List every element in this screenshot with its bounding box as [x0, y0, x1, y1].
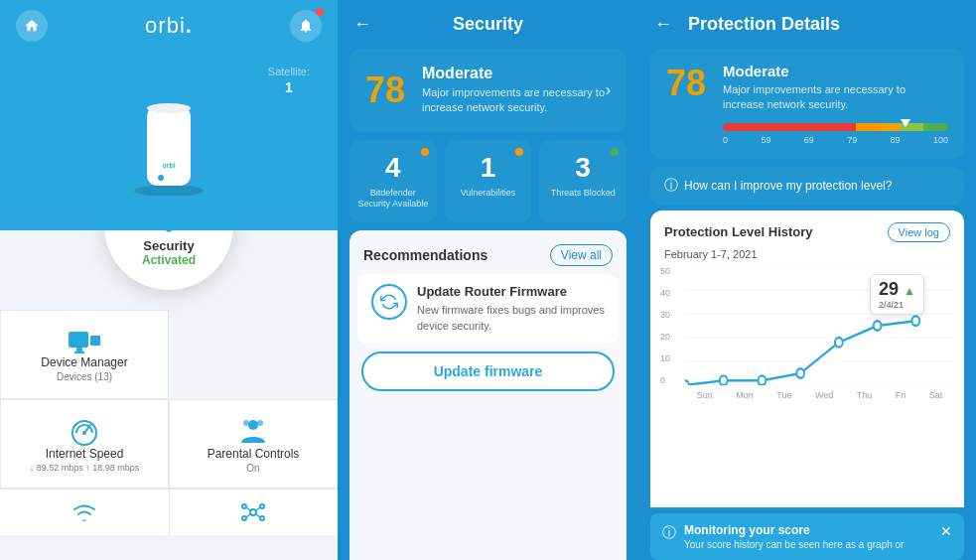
info-circle-icon: ⓘ: [664, 177, 678, 195]
security-stats: 4 Bitdefender Security Available 1 Vulne…: [349, 140, 627, 222]
view-log-button[interactable]: View log: [888, 222, 950, 242]
security-circle-button[interactable]: A ™ Security Activated: [104, 230, 233, 290]
history-header: Protection Level History View log: [650, 210, 964, 248]
security-back-button[interactable]: ←: [353, 14, 371, 35]
orbi-logo-dot: .: [186, 13, 193, 38]
tooltip-trend-icon: ▲: [904, 284, 915, 298]
stat-vulnerabilities-label: Vulnerabilities: [461, 188, 516, 200]
bar-label-100: 100: [933, 135, 948, 145]
home-topbar: orbi.: [0, 0, 338, 52]
satellite-label: Satellite:: [268, 66, 310, 77]
recommendations-section: Recommendations View all Update Router F…: [349, 230, 627, 560]
home-device-section: Satellite: 1 orbi: [0, 52, 338, 230]
security-score-desc: Major improvements are necessary to incr…: [422, 85, 606, 116]
tooltip-date: 2/4/21: [879, 300, 915, 310]
security-score-chevron: ›: [606, 81, 611, 99]
chart-tooltip: 29 ▲ 2/4/21: [870, 274, 924, 315]
firmware-desc: New firmware fixes bugs and improves dev…: [417, 303, 605, 334]
satellite-count: 1: [268, 79, 310, 95]
internet-speed-sub: ↓ 89.52 mbps ↑ 18.98 mbps: [30, 463, 140, 473]
security-title: Security: [453, 14, 523, 35]
y-label-50: 50: [660, 266, 685, 276]
svg-point-4: [147, 103, 191, 113]
svg-point-36: [835, 338, 843, 348]
parental-controls-cell[interactable]: Parental Controls On: [169, 399, 338, 489]
security-score-number: 78: [365, 70, 410, 111]
y-label-30: 30: [660, 310, 685, 320]
svg-rect-10: [74, 351, 84, 353]
panel-home: orbi. Satellite: 1 orbi: [0, 0, 338, 560]
svg-rect-1: [147, 106, 191, 186]
view-all-button[interactable]: View all: [550, 244, 613, 266]
stat-bitdefender: 4 Bitdefender Security Available: [349, 140, 437, 222]
stat-threats-num: 3: [575, 152, 591, 184]
orbi-logo: orbi.: [145, 13, 193, 39]
protection-score-desc: Major improvements are necessary to incr…: [723, 82, 948, 113]
monitoring-close-button[interactable]: ✕: [940, 523, 952, 539]
x-label-tue: Tue: [776, 390, 791, 400]
svg-point-13: [82, 431, 86, 435]
bar-label-59: 59: [761, 135, 770, 145]
security-score-card[interactable]: 78 Moderate Major improvements are neces…: [349, 49, 627, 132]
wifi-cell[interactable]: [0, 490, 170, 535]
parental-icon: [237, 415, 269, 447]
tooltip-content: 29 ▲ 2/4/21: [879, 279, 915, 310]
svg-point-38: [911, 316, 919, 326]
improve-protection-button[interactable]: ⓘ How can I improve my protection level?: [650, 167, 964, 205]
device-manager-cell[interactable]: Device Manager Devices (13): [0, 310, 169, 399]
notifications-button[interactable]: [290, 10, 322, 42]
firmware-icon: [371, 284, 407, 320]
internet-speed-label: Internet Speed: [46, 447, 124, 461]
network-cell[interactable]: [170, 490, 339, 535]
home-button[interactable]: [16, 10, 48, 42]
bell-icon: [298, 18, 314, 34]
stat-vulnerabilities: 1 Vulnerabilities: [445, 140, 532, 222]
svg-point-16: [257, 420, 263, 426]
protection-title: Protection Details: [688, 14, 840, 35]
protection-back-button[interactable]: ←: [654, 14, 672, 35]
recommendations-header: Recommendations View all: [349, 230, 627, 274]
svg-point-15: [243, 420, 249, 426]
history-title: Protection Level History: [664, 224, 813, 239]
svg-line-23: [256, 507, 260, 510]
protection-bar: 0 59 69 79 89 100: [723, 123, 948, 145]
chart-y-axis: 50 40 30 20 10 0: [660, 266, 685, 385]
internet-speed-cell[interactable]: Internet Speed ↓ 89.52 mbps ↑ 18.98 mbps: [0, 399, 169, 489]
stat-bitdefender-label: Bitdefender Security Available: [357, 188, 429, 210]
device-manager-label: Device Manager: [41, 355, 127, 369]
bar-label-89: 89: [891, 135, 901, 145]
parental-controls-sub: On: [246, 463, 259, 474]
security-placeholder: [169, 310, 338, 399]
monitoring-icon: ⓘ: [662, 524, 676, 542]
x-label-mon: Mon: [736, 390, 754, 400]
security-activated-label: Activated: [142, 253, 196, 267]
protection-chart: 50 40 30 20 10 0: [650, 266, 964, 507]
tooltip-value: 29: [879, 279, 899, 299]
x-label-sat: Sat: [929, 390, 943, 400]
x-label-thu: Thu: [857, 390, 873, 400]
svg-point-19: [260, 504, 264, 508]
bar-label-0: 0: [723, 135, 728, 145]
firmware-content: Update Router Firmware New firmware fixe…: [417, 284, 605, 334]
protection-score-level: Moderate: [723, 63, 948, 79]
y-label-40: 40: [660, 288, 685, 298]
svg-point-21: [260, 516, 264, 520]
svg-point-34: [759, 375, 767, 385]
y-label-20: 20: [660, 332, 685, 342]
recommendation-firmware: Update Router Firmware New firmware fixe…: [357, 274, 619, 344]
notification-dot: [316, 8, 324, 16]
stat-threats-label: Threats Blocked: [551, 188, 616, 200]
svg-rect-9: [76, 348, 82, 351]
date-range: February 1-7, 2021: [650, 248, 964, 266]
chart-container: 50 40 30 20 10 0: [660, 266, 954, 405]
stat-vulnerabilities-num: 1: [481, 152, 496, 184]
panel-security: ← Security 78 Moderate Major improvement…: [338, 0, 638, 560]
parental-controls-label: Parental Controls: [208, 447, 300, 461]
security-circle-wrapper: A ™ Security Activated: [104, 230, 233, 290]
svg-rect-7: [69, 332, 88, 348]
y-label-10: 10: [660, 353, 685, 363]
update-firmware-button[interactable]: Update firmware: [361, 351, 615, 391]
panel-protection: ← Protection Details 78 Moderate Major i…: [638, 0, 976, 560]
svg-point-35: [796, 368, 804, 378]
router-svg: orbi: [129, 96, 209, 196]
